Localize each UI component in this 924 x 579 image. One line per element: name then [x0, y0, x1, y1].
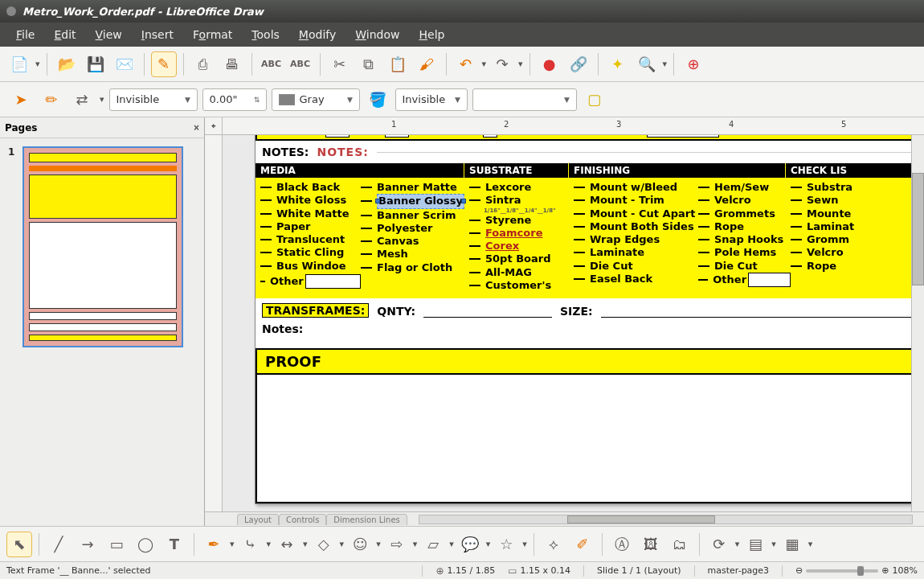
open-button[interactable]: 📂 [54, 51, 80, 77]
points-tool[interactable]: ⟡ [541, 532, 566, 557]
dropdown-icon[interactable]: ▾ [808, 539, 813, 549]
email-button[interactable]: ✉️ [112, 51, 137, 77]
shadow-button[interactable]: ▢ [582, 87, 607, 113]
dropdown-icon[interactable]: ▾ [340, 539, 345, 549]
dropdown-icon[interactable]: ▾ [518, 59, 523, 69]
dropdown-icon[interactable]: ▾ [771, 539, 776, 549]
paste-button[interactable]: 📋 [385, 51, 411, 77]
select-tool[interactable]: ⬉ [6, 532, 32, 557]
basic-shapes-tool[interactable]: ◇ [311, 532, 337, 557]
stars-tool[interactable]: ☆ [493, 532, 519, 557]
dropdown-icon[interactable]: ▾ [486, 539, 491, 549]
menu-format[interactable]: Format [185, 25, 240, 44]
menu-file[interactable]: File [8, 25, 43, 44]
dropdown-icon[interactable]: ▾ [35, 59, 40, 69]
arrows-button[interactable]: ⇄ [69, 87, 95, 113]
navigator-button[interactable]: ✦ [605, 51, 631, 77]
menu-edit[interactable]: Edit [46, 25, 84, 44]
connector-tool[interactable]: ⤷ [238, 532, 264, 557]
area-fill-button[interactable]: 🪣 [365, 87, 390, 113]
scrollbar-thumb[interactable] [567, 515, 715, 524]
dropdown-icon[interactable]: ▾ [267, 539, 272, 549]
format-paintbrush-button[interactable]: 🖌 [414, 51, 440, 77]
area-color-select[interactable]: ▼ [472, 88, 577, 111]
callout-tool[interactable]: 💬 [457, 532, 483, 557]
curve-tool[interactable]: ✒ [201, 532, 227, 557]
menu-insert[interactable]: Insert [133, 25, 182, 44]
selected-text-frame[interactable]: Banner Glossy [377, 194, 464, 208]
arrange-tool[interactable]: ▦ [779, 532, 805, 557]
window-control-icon[interactable] [6, 6, 16, 16]
menu-window[interactable]: Window [347, 25, 407, 44]
zoom-slider-knob[interactable] [857, 566, 864, 576]
menu-help[interactable]: Help [411, 25, 452, 44]
ellipse-tool[interactable]: ◯ [133, 532, 158, 557]
document-page[interactable]: FILE READ IN PRID NUMBER NOTES: NOTES: M… [255, 135, 911, 504]
copy-button[interactable]: ⧉ [356, 51, 382, 77]
gallery-tool[interactable]: 🗂 [667, 532, 693, 557]
dropdown-icon[interactable]: ▾ [663, 59, 668, 69]
redo-button[interactable]: ↷ [489, 51, 515, 77]
zoom-slider[interactable] [806, 569, 878, 573]
export-pdf-button[interactable]: ⎙ [190, 51, 216, 77]
dropdown-icon[interactable]: ▾ [482, 59, 487, 69]
edit-file-button[interactable]: ✎ [151, 51, 177, 77]
align-tool[interactable]: ▤ [742, 532, 768, 557]
dropdown-icon[interactable]: ▾ [449, 539, 454, 549]
zoom-in-icon[interactable]: ⊕ [881, 565, 889, 576]
zoom-out-icon[interactable]: ⊖ [795, 565, 803, 576]
rectangle-tool[interactable]: ▭ [104, 532, 129, 557]
text-tool[interactable]: T [161, 532, 187, 557]
dropdown-icon[interactable]: ▾ [376, 539, 381, 549]
horizontal-ruler[interactable]: 1 2 3 4 5 [223, 117, 924, 134]
tab-layout[interactable]: Layout [237, 514, 279, 525]
line-style-button[interactable]: ✏ [39, 87, 64, 113]
line-tool[interactable]: ╱ [46, 532, 72, 557]
zoom-button[interactable]: 🔍 [634, 51, 660, 77]
page-thumbnail[interactable] [22, 146, 183, 347]
tab-dimension[interactable]: Dimension Lines [326, 514, 407, 525]
dropdown-icon[interactable]: ▾ [230, 539, 235, 549]
cut-button[interactable]: ✂ [327, 51, 353, 77]
menu-modify[interactable]: Modify [291, 25, 344, 44]
spellcheck-button[interactable]: ABC [259, 51, 284, 77]
line-width-select[interactable]: 0.00" ⇅ [202, 88, 267, 111]
glue-tool[interactable]: ✐ [570, 532, 595, 557]
menu-tools[interactable]: Tools [243, 25, 288, 44]
close-icon[interactable]: × [194, 122, 199, 133]
dropdown-icon[interactable]: ▾ [735, 539, 740, 549]
lines-arrows-tool[interactable]: ↔ [274, 532, 300, 557]
fontwork-tool[interactable]: Ⓐ [609, 532, 635, 557]
dropdown-icon[interactable]: ▾ [303, 539, 308, 549]
zoom-controls[interactable]: ⊖ ⊕ 108% [795, 565, 918, 576]
pages-panel-body[interactable]: 1 [0, 138, 204, 526]
arrow-tool[interactable]: → [75, 532, 100, 557]
undo-button[interactable]: ↶ [453, 51, 479, 77]
block-arrows-tool[interactable]: ⇨ [384, 532, 410, 557]
effects-tool[interactable]: ⟳ [706, 532, 732, 557]
line-color-select[interactable]: Gray ▼ [272, 88, 360, 111]
zoom-value[interactable]: 108% [893, 565, 918, 576]
chart-button[interactable]: ● [537, 51, 562, 77]
vertical-scrollbar[interactable] [911, 135, 924, 511]
horizontal-scrollbar[interactable] [419, 515, 913, 524]
arrow-style-button[interactable]: ➤ [8, 87, 34, 113]
new-button[interactable]: 📄 [6, 51, 32, 77]
help-button[interactable]: ⊕ [681, 51, 706, 77]
area-style-select[interactable]: Invisible ▼ [395, 88, 468, 111]
vertical-ruler[interactable] [205, 135, 223, 511]
page-scroll-area[interactable]: FILE READ IN PRID NUMBER NOTES: NOTES: M… [223, 135, 911, 511]
print-button[interactable]: 🖶 [219, 51, 245, 77]
symbol-shapes-tool[interactable]: ☺ [347, 532, 373, 557]
from-file-tool[interactable]: 🖼 [638, 532, 664, 557]
dropdown-icon[interactable]: ▾ [100, 94, 104, 105]
dropdown-icon[interactable]: ▾ [413, 539, 418, 549]
menu-view[interactable]: View [88, 25, 130, 44]
flowchart-tool[interactable]: ▱ [420, 532, 446, 557]
save-button[interactable]: 💾 [83, 51, 108, 77]
dropdown-icon[interactable]: ▾ [522, 539, 527, 549]
tab-controls[interactable]: Controls [279, 514, 326, 525]
hyperlink-button[interactable]: 🔗 [566, 51, 591, 77]
scrollbar-thumb[interactable] [912, 173, 924, 285]
line-style-select[interactable]: Invisible ▼ [109, 88, 198, 111]
